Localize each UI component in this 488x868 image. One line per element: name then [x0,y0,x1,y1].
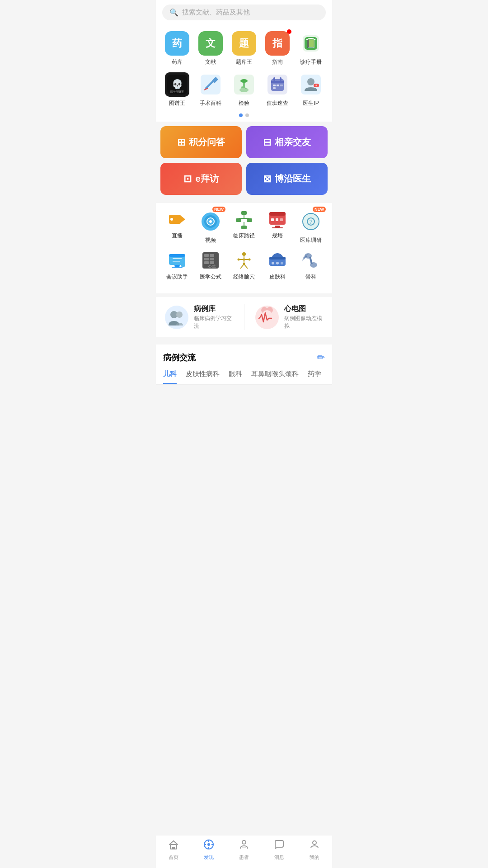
svg-rect-68 [210,261,214,264]
shipin-label: 视频 [205,236,216,244]
yixuegongshi-icon: = 公式 [201,250,221,270]
tool-pifu[interactable]: 皮肤科 [264,250,291,281]
pifu-label: 皮肤科 [269,273,286,281]
card-xindiantu[interactable]: 心电图 病例图像动态模拟 [255,304,324,330]
tool-zhibo[interactable]: 直播 [164,209,191,244]
svg-point-70 [242,252,246,256]
icon-zhinan[interactable]: 指 指南 [264,31,291,66]
svg-rect-66 [210,258,214,260]
svg-rect-61 [181,263,185,267]
icon-yishengip[interactable]: + 医生IP [297,72,324,107]
bingliku-text: 病例库 临床病例学习交流 [194,304,233,330]
svg-point-75 [238,259,240,261]
huiyi-label: 会议助手 [166,273,188,281]
card-row: 病例库 临床病例学习交流 心电图 病例图像动态模拟 [156,297,332,337]
banner-xiangqin[interactable]: ⊟ 相亲交友 [246,126,328,158]
svg-point-36 [209,220,212,223]
svg-rect-48 [276,218,278,221]
tool-linchuang[interactable]: 临床路径 [230,209,258,244]
ebaifu-icon: ⊡ [183,173,192,185]
jifen-icon: ⊞ [177,137,185,148]
card-bingliku[interactable]: 病例库 临床病例学习交流 [165,304,233,330]
tool-guipei[interactable]: 规培 [264,209,291,244]
ebaifu-label: e拜访 [195,173,218,185]
svg-text:+: + [315,84,318,88]
search-placeholder: 搜索文献、药品及其他 [182,8,250,17]
tool-jingluo[interactable]: 经络腧穴 [230,250,258,281]
yaoku-label: 药库 [172,58,183,66]
tab-yanke[interactable]: 眼科 [229,370,242,384]
svg-rect-46 [269,212,286,216]
zhinan-icon-wrap: 指 [265,31,290,56]
svg-rect-59 [174,265,180,267]
tab-yaoxue[interactable]: 药学 [308,370,321,384]
card-row-divider [244,304,244,330]
jifen-label: 积分问答 [189,136,225,148]
shipin-icon [201,212,221,231]
svg-rect-23 [280,85,283,86]
icon-shoushu[interactable]: 手术百科 [197,72,224,107]
icon-grid-row1: 药 药库 文 文献 题 题库王 指 指南 [156,31,332,72]
zhinan-badge [287,29,291,34]
guke-icon [301,250,321,270]
zhiban-icon [267,75,287,94]
jianyan-icon-wrap [232,72,256,97]
icon-tikuwang[interactable]: 题 题库王 [230,31,258,66]
linchuang-label: 临床路径 [233,232,255,240]
banner-ebaifu[interactable]: ⊡ e拜访 [160,163,242,195]
shipin-badge: NEW [212,207,225,212]
icon-tupuwang[interactable]: 💀 医学图谱王 图谱王 [164,72,191,107]
banner-boyiyisheng[interactable]: ⊠ 博沿医生 [246,163,328,195]
tab-erke[interactable]: 儿科 [163,370,177,384]
jingluo-label: 经络腧穴 [233,273,255,281]
svg-rect-49 [280,218,283,221]
divider-2 [156,337,332,341]
tools-row1: 直播 NEW 视频 [156,209,332,250]
bingliku-icon-wrap [165,306,188,329]
svg-rect-21 [273,85,276,86]
svg-point-78 [243,263,245,265]
tool-shipin[interactable]: NEW 视频 [197,209,224,244]
zhiban-icon-wrap [265,72,290,97]
tool-guke[interactable]: 骨科 [297,250,324,281]
tool-yikudiaoyan[interactable]: NEW ? 医库调研 [297,209,324,244]
edit-icon[interactable]: ✏ [317,352,325,363]
banner-jifen[interactable]: ⊞ 积分问答 [160,126,242,158]
shoushu-icon-wrap [198,72,223,97]
icon-yaoku[interactable]: 药 药库 [164,31,191,66]
shoushu-icon [201,75,221,94]
tabs-row: 儿科 皮肤性病科 眼科 耳鼻咽喉头颈科 药学 + [156,363,332,385]
jianyan-label: 检验 [239,99,249,107]
xindiantu-text: 心电图 病例图像动态模拟 [284,304,324,330]
yikudiaoyan-label: 医库调研 [300,236,322,244]
svg-rect-39 [247,218,252,222]
icon-zhiban[interactable]: 值班速查 [264,72,291,107]
search-input-wrap[interactable]: 🔍 搜索文献、药品及其他 [162,5,326,20]
svg-point-77 [243,259,245,261]
zhinan-icon: 指 [265,31,290,56]
tools-section: 直播 NEW 视频 [156,203,332,293]
bingliku-subtitle: 临床病例学习交流 [194,315,233,330]
icon-wenxian[interactable]: 文 文献 [197,31,224,66]
icon-zhenliao[interactable]: 📗 诊疗手册 [297,31,324,66]
jianyan-icon [234,75,254,94]
svg-point-15 [245,88,247,89]
svg-rect-24 [273,87,276,89]
tab-erbiyanhoultoujing[interactable]: 耳鼻咽喉头颈科 [251,370,299,384]
svg-point-14 [241,86,243,88]
tools-row2: 会议助手 = 公式 医学公式 [156,250,332,287]
icon-jianyan[interactable]: 检验 [230,72,258,107]
svg-rect-47 [271,218,274,221]
svg-text:?: ? [310,219,313,225]
guipei-label: 规培 [272,232,283,240]
svg-rect-64 [210,254,214,257]
tool-yixuegongshi[interactable]: = 公式 医学公式 [197,250,224,281]
tupuwang-icon: 💀 医学图谱王 [165,72,189,97]
tool-huiyi[interactable]: 会议助手 [164,250,191,281]
yishengip-label: 医生IP [303,99,319,107]
tab-pifu[interactable]: 皮肤性病科 [186,370,220,384]
svg-rect-80 [269,257,286,259]
svg-point-13 [239,88,249,92]
svg-text:📗: 📗 [306,39,316,49]
svg-rect-18 [271,81,284,83]
